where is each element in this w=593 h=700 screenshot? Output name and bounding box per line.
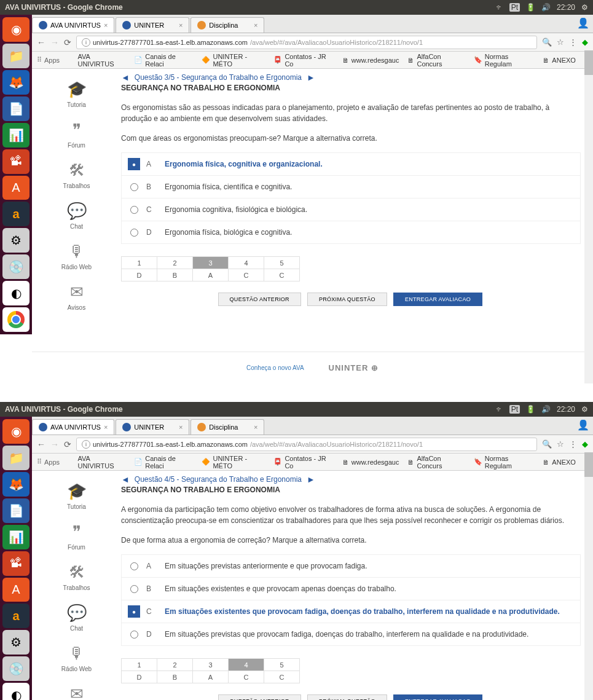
sidebar-item-avisos[interactable]: ✉Avisos [32,678,121,700]
launcher-amazon[interactable]: a [2,202,29,226]
extension-icon[interactable]: ◆ [582,37,588,47]
radio-icon[interactable] [128,158,140,170]
close-icon[interactable]: × [104,423,108,431]
star-icon[interactable]: ☆ [557,439,564,449]
launcher-files[interactable]: 📁 [2,446,29,470]
apps-button[interactable]: ⠿ Apps [37,458,60,466]
user-menu-icon[interactable]: 👤 [573,415,593,435]
grid-q2[interactable]: 2 [157,659,193,671]
option-b[interactable]: BErgonomia física, científica e cognitiv… [122,176,580,199]
bookmark-item[interactable]: 📄Canais de Relaci [134,53,193,68]
launcher-dash[interactable]: ◉ [2,17,29,42]
scrollbar[interactable] [584,452,593,700]
option-d[interactable]: DErgonomia física, biológica e cognitiva… [122,221,580,243]
bookmark-item[interactable]: 🔖Normas Regulam [474,455,535,470]
sidebar-item-tutoria[interactable]: 🎓Tutoria [32,476,121,516]
option-a[interactable]: AErgonomia física, cognitiva e organizac… [122,153,580,176]
close-icon[interactable]: × [179,22,183,29]
bookmark-item[interactable]: AVA UNIVIRTUS [68,455,125,470]
extension-icon[interactable]: ◆ [582,439,588,449]
option-d[interactable]: DEm situações previstas que provocam fad… [122,623,580,645]
launcher-amazon[interactable]: a [2,604,29,628]
prev-question-button[interactable]: QUESTÃO ANTERIOR [218,293,301,306]
bookmark-item[interactable]: 🗎www.redesgauc [342,458,399,466]
close-icon[interactable]: × [254,22,257,29]
launcher-firefox[interactable]: 🦊 [2,472,29,497]
radio-icon[interactable] [128,226,140,238]
grid-q5[interactable]: 5 [264,257,300,269]
sidebar-item-forum[interactable]: ❞Fórum [32,114,121,155]
zoom-icon[interactable]: 🔍 [542,37,552,47]
tab-uninter[interactable]: UNINTER× [116,419,189,435]
bookmark-item[interactable]: 🗎ANEXO [543,57,576,64]
battery-icon[interactable]: 🔋 [526,3,535,12]
sidebar-item-trabalhos[interactable]: 🛠Trabalhos [32,155,121,195]
bookmark-item[interactable]: 📮Contatos - JR Co [273,455,333,470]
bookmark-item[interactable]: 🔖Normas Regulam [474,53,535,68]
address-bar[interactable]: i univirtus-277877701.sa-east-1.elb.amaz… [76,438,537,451]
grid-q4[interactable]: 4 [229,257,264,269]
wifi-icon[interactable]: ᯤ [496,3,503,12]
prev-question-arrow[interactable]: ◄ [121,73,130,82]
site-info-icon[interactable]: i [82,38,90,47]
back-button[interactable]: ← [37,439,45,449]
launcher-impress[interactable]: 📽 [2,551,29,576]
back-button[interactable]: ← [37,37,45,47]
bookmark-item[interactable]: 🗎ANEXO [543,458,576,466]
next-question-button[interactable]: PRÓXIMA QUESTÃO [307,293,387,306]
launcher-software[interactable]: A [2,176,29,200]
bookmark-item[interactable]: 🗎www.redesgauc [342,57,399,64]
submit-button[interactable]: ENTREGAR AVALIACAO [393,293,482,306]
grid-q2[interactable]: 2 [157,257,193,269]
gear-icon[interactable]: ⚙ [581,405,588,414]
volume-icon[interactable]: 🔊 [541,405,551,414]
tab-ava[interactable]: AVA UNIVIRTUS× [32,17,114,33]
launcher-calc[interactable]: 📊 [2,525,29,549]
tab-uninter[interactable]: UNINTER× [116,17,189,33]
sidebar-item-chat[interactable]: 💬Chat [32,597,121,638]
launcher-files[interactable]: 📁 [2,44,29,68]
sidebar-item-trabalhos[interactable]: 🛠Trabalhos [32,557,121,597]
keyboard-indicator[interactable]: Pt [509,405,520,414]
tab-disciplina[interactable]: Disciplina× [190,419,264,435]
menu-icon[interactable]: ⋮ [569,37,577,47]
radio-icon[interactable] [128,203,140,216]
wifi-icon[interactable]: ᯤ [496,405,503,414]
sidebar-item-chat[interactable]: 💬Chat [32,195,121,236]
launcher-app[interactable]: ◐ [2,281,29,305]
apps-button[interactable]: ⠿ Apps [37,56,60,64]
launcher-writer[interactable]: 📄 [2,96,29,121]
radio-icon[interactable] [128,628,140,640]
launcher-settings[interactable]: ⚙ [2,228,29,253]
battery-icon[interactable]: 🔋 [526,405,535,414]
volume-icon[interactable]: 🔊 [541,3,551,12]
launcher-chrome[interactable] [2,307,29,332]
prev-question-button[interactable]: QUESTÃO ANTERIOR [218,694,301,700]
grid-q4[interactable]: 4 [229,659,264,671]
grid-q3[interactable]: 3 [193,659,229,671]
radio-icon[interactable] [128,605,140,618]
bookmark-item[interactable]: 📮Contatos - JR Co [273,53,333,68]
user-menu-icon[interactable]: 👤 [573,14,593,33]
bookmark-item[interactable]: AVA UNIVIRTUS [68,53,125,68]
tab-ava[interactable]: AVA UNIVIRTUS× [32,419,114,435]
submit-button[interactable]: ENTREGAR AVALIACAO [393,694,482,700]
footer-link[interactable]: Conheça o novo AVA [246,364,304,371]
sidebar-item-tutoria[interactable]: 🎓Tutoria [32,74,121,114]
close-icon[interactable]: × [104,22,108,29]
bookmark-item[interactable]: 🗎AlfaCon Concurs [407,53,465,68]
tab-disciplina[interactable]: Disciplina× [190,17,264,33]
reload-button[interactable]: ⟳ [64,439,71,449]
option-c[interactable]: CEm situações existentes que provocam fa… [122,600,580,623]
option-a[interactable]: AEm situações previstas anteriormente e … [122,555,580,578]
forward-button[interactable]: → [50,37,59,47]
next-question-button[interactable]: PRÓXIMA QUESTÃO [307,694,387,700]
zoom-icon[interactable]: 🔍 [542,439,552,449]
sidebar-item-avisos[interactable]: ✉Avisos [32,277,121,317]
launcher-dash[interactable]: ◉ [2,419,29,444]
sidebar-item-radio[interactable]: 🎙Rádio Web [32,638,121,678]
close-icon[interactable]: × [179,423,183,431]
address-bar[interactable]: i univirtus-277877701.sa-east-1.elb.amaz… [76,36,537,49]
prev-question-arrow[interactable]: ◄ [121,474,130,484]
sidebar-item-forum[interactable]: ❞Fórum [32,516,121,557]
